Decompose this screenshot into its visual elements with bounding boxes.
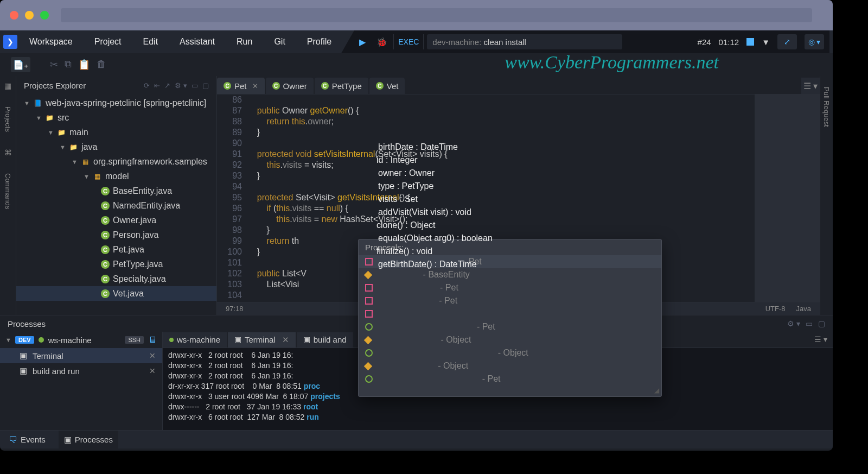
tree-file[interactable]: CPerson.java (16, 227, 216, 242)
tree-file[interactable]: COwner.java (16, 213, 216, 227)
class-icon: C (101, 245, 110, 254)
minimize-icon[interactable]: ▭ (192, 81, 198, 90)
ssh-badge[interactable]: SSH (125, 336, 144, 344)
menu-git[interactable]: Git (264, 37, 295, 47)
minimap[interactable] (755, 94, 820, 302)
app-launcher-button[interactable]: ❯ (3, 35, 17, 49)
ssh-icon[interactable]: 🖥 (148, 335, 157, 345)
package-icon: ▦ (92, 172, 102, 181)
paste-icon[interactable]: 📋 (78, 59, 90, 71)
term-tab-ws[interactable]: ws-machine (163, 332, 227, 347)
menu-run[interactable]: Run (227, 37, 262, 47)
run-time: 01:12 (719, 37, 739, 47)
tree-file[interactable]: CBaseEntity.java (16, 184, 216, 198)
tree-file[interactable]: CPet.java (16, 242, 216, 257)
editor-tab[interactable]: CPetType (315, 78, 368, 94)
run-play-button[interactable]: ▶ (354, 34, 371, 50)
proposals-popup[interactable]: Proposals: birthDate : DateTime - Petid … (358, 239, 662, 397)
menu-project[interactable]: Project (85, 37, 131, 47)
editor-tab[interactable]: COwner (266, 78, 314, 94)
tree-file[interactable]: CPetType.java (16, 257, 216, 271)
link-icon[interactable]: ↗ (164, 81, 170, 90)
class-icon: C (101, 275, 110, 283)
left-tab-projects[interactable]: Projects (4, 106, 12, 132)
debug-button[interactable]: 🐞 (374, 34, 390, 50)
command-prefix: dev-machine: (432, 37, 481, 47)
cut-icon[interactable]: ✂ (50, 59, 58, 71)
tree-main[interactable]: ▼📁main (16, 125, 216, 140)
run-strip: ▶ 🐞 EXEC dev-machine: clean install #24 … (354, 30, 829, 53)
encoding-label[interactable]: UTF-8 (765, 305, 786, 313)
cursor-pos: 97:18 (226, 305, 244, 313)
run-dropdown[interactable]: ▼ (762, 37, 770, 47)
menu-workspace[interactable]: Workspace (20, 37, 82, 47)
close-icon[interactable]: ✕ (149, 366, 162, 375)
stop-button[interactable] (746, 38, 754, 46)
term-list-button[interactable]: ☰ ▾ (809, 334, 833, 345)
close-icon[interactable]: ✕ (149, 351, 162, 360)
command-text: clean install (484, 37, 526, 47)
class-icon: C (321, 82, 329, 90)
window-close[interactable] (10, 11, 18, 20)
package-icon: ▦ (80, 157, 90, 167)
gear-icon[interactable]: ⚙ ▾ (175, 81, 187, 90)
panel-maximize-icon[interactable]: ▢ (818, 319, 825, 328)
proposal-item[interactable]: getBirthDate() : DateTime - Pet (359, 372, 661, 385)
tree-java[interactable]: ▼📁java (16, 140, 216, 154)
explorer-header: Projects Explorer ⟳ ⇤ ↗ ⚙ ▾ ▭ ▢ (16, 76, 216, 94)
projects-explorer: Projects Explorer ⟳ ⇤ ↗ ⚙ ▾ ▭ ▢ ▼📘web-ja… (16, 76, 217, 315)
maximize-icon[interactable]: ▢ (202, 81, 209, 90)
right-tab-pull-request[interactable]: Pull Request (822, 87, 831, 127)
class-icon: C (101, 231, 110, 239)
menubar: ❯ Workspace Project Edit Assistant Run G… (0, 30, 833, 53)
bottom-processes[interactable]: ▣Processes (59, 431, 118, 449)
tab-list-button[interactable]: ☰ ▾ (801, 78, 820, 94)
run-number: #24 (698, 37, 711, 47)
window-minimize[interactable] (25, 11, 34, 20)
panel-minimize-icon[interactable]: ▭ (806, 319, 813, 328)
class-icon: C (101, 289, 110, 298)
bottom-events[interactable]: 🗨Events (9, 435, 46, 445)
watermark-text: www.CyberProgrammers.net (505, 52, 719, 73)
new-button[interactable]: 📄₊ (11, 57, 30, 72)
commands-icon: ⌘ (4, 148, 12, 157)
close-icon[interactable]: ✕ (252, 82, 258, 90)
proposal-icon (365, 375, 373, 383)
collapse-icon[interactable]: ⇤ (154, 81, 160, 90)
term-tab-terminal[interactable]: ▣Terminal✕ (228, 332, 296, 347)
proposal-icon (365, 297, 373, 305)
machine-row[interactable]: ▼ DEV ws-machine SSH 🖥 (0, 332, 162, 348)
window-zoom[interactable] (40, 11, 49, 20)
tree-file[interactable]: CNamedEntity.java (16, 198, 216, 213)
process-item[interactable]: ▣build and run✕ (0, 363, 162, 378)
target-button[interactable]: ◎ ▾ (805, 34, 824, 49)
command-field[interactable]: dev-machine: clean install (427, 34, 622, 49)
tree-src[interactable]: ▼📁src (16, 110, 216, 125)
language-label[interactable]: Java (796, 305, 811, 313)
toolbar: 📄₊ ✂ ⧉ 📋 🗑 www.CyberProgrammers.net (0, 53, 833, 76)
menu-profile[interactable]: Profile (297, 37, 341, 47)
tree-model[interactable]: ▼▦model (16, 169, 216, 184)
editor-tab[interactable]: CPet✕ (217, 78, 265, 94)
editor-tab[interactable]: CVet (369, 78, 405, 94)
menu-edit[interactable]: Edit (133, 37, 168, 47)
left-tab-commands[interactable]: Commands (4, 173, 12, 209)
left-gutter: ▦ Projects ⌘ Commands (0, 76, 16, 315)
class-icon: C (101, 201, 110, 210)
tree-file[interactable]: CSpecialty.java (16, 271, 216, 286)
term-tab-build[interactable]: ▣build and (297, 332, 353, 347)
tree-project-root[interactable]: ▼📘web-java-spring-petclinic [spring-petc… (16, 96, 216, 110)
copy-icon[interactable]: ⧉ (65, 59, 72, 71)
tree-package[interactable]: ▼▦org.springframework.samples (16, 154, 216, 169)
folder-icon: 📁 (56, 128, 66, 137)
process-item[interactable]: ▣Terminal✕ (0, 348, 162, 363)
split-button[interactable]: ⤢ (777, 34, 797, 49)
refresh-icon[interactable]: ⟳ (144, 81, 150, 90)
line-gutter: 8687888990919293949596979899100101102103… (217, 94, 247, 302)
projects-icon: ▦ (4, 81, 12, 90)
delete-icon[interactable]: 🗑 (97, 59, 106, 71)
tree-file[interactable]: CVet.java (16, 286, 216, 301)
panel-gear-icon[interactable]: ⚙ ▾ (787, 319, 800, 328)
menu-assistant[interactable]: Assistant (170, 37, 225, 47)
folder-icon: 📁 (44, 113, 54, 123)
